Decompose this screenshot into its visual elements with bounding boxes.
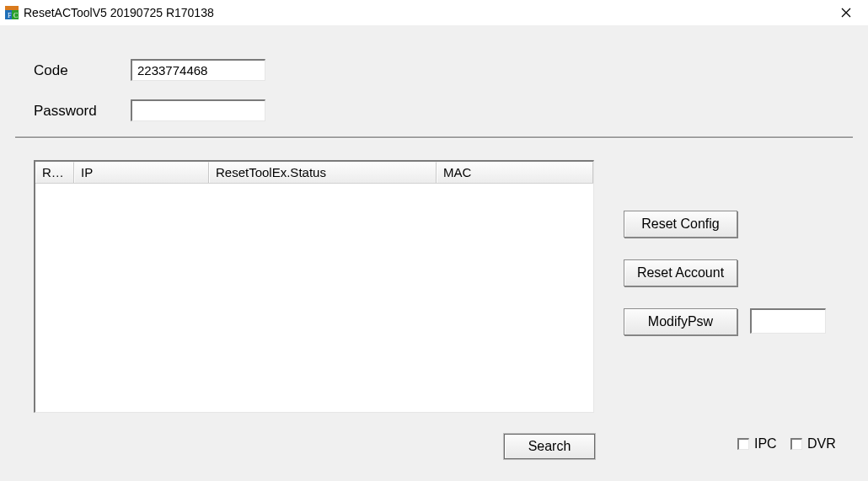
app-icon: F C	[5, 6, 19, 19]
svg-text:F: F	[8, 12, 12, 19]
modify-psw-input[interactable]	[752, 310, 825, 333]
column-ip[interactable]: IP	[74, 162, 209, 183]
password-input[interactable]	[137, 103, 260, 119]
modify-psw-button[interactable]: ModifyPsw	[624, 308, 737, 335]
device-table[interactable]: Re... IP ResetToolEx.Status MAC	[34, 160, 594, 413]
ipc-checkbox[interactable]: IPC	[737, 436, 777, 452]
modify-psw-input-wrap	[750, 308, 826, 334]
client-area: Code 2233774468 Password Re... IP ResetT…	[0, 25, 868, 481]
password-input-wrap	[131, 99, 265, 121]
dvr-checkbox[interactable]: DVR	[790, 436, 836, 452]
column-status[interactable]: ResetToolEx.Status	[209, 162, 437, 183]
password-label: Password	[34, 103, 97, 120]
svg-text:C: C	[13, 12, 18, 19]
separator	[15, 136, 853, 138]
code-label: Code	[34, 62, 68, 79]
column-mac[interactable]: MAC	[437, 162, 593, 183]
svg-rect-0	[5, 6, 19, 10]
reset-account-button[interactable]: Reset Account	[624, 259, 737, 286]
titlebar: F C ResetACToolV5 20190725 R170138	[0, 0, 868, 25]
table-header-row: Re... IP ResetToolEx.Status MAC	[35, 162, 593, 184]
close-button[interactable]	[829, 1, 863, 24]
ipc-checkbox-label: IPC	[754, 436, 777, 452]
window-title: ResetACToolV5 20190725 R170138	[24, 6, 214, 19]
checkbox-box-icon	[790, 438, 802, 450]
search-button[interactable]: Search	[504, 434, 595, 459]
dvr-checkbox-label: DVR	[807, 436, 836, 452]
code-display: 2233774468	[131, 59, 265, 81]
column-re[interactable]: Re...	[35, 162, 74, 183]
reset-config-button[interactable]: Reset Config	[624, 211, 737, 238]
checkbox-box-icon	[737, 438, 749, 450]
